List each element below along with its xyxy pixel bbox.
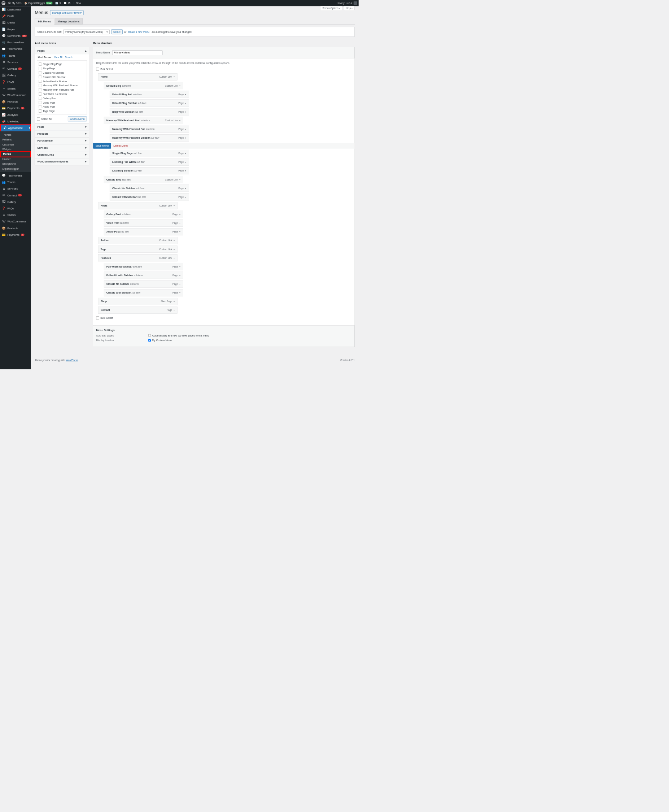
tab-manage-locations[interactable]: Manage Locations — [55, 18, 82, 25]
chevron-down-icon[interactable]: ▾ — [185, 187, 186, 190]
submenu-header[interactable]: Header — [0, 157, 31, 162]
comments-count[interactable]: 💬 15 — [64, 2, 71, 5]
chevron-down-icon[interactable]: ▾ — [173, 300, 175, 303]
select-button[interactable]: Select — [111, 29, 123, 34]
sidebar-item-services[interactable]: ⚙Services — [0, 185, 31, 192]
menu-item-handle[interactable]: AuthorCustom Link▾ — [98, 237, 178, 244]
chevron-down-icon[interactable]: ▾ — [185, 169, 186, 172]
tab-edit-menus[interactable]: Edit Menus — [35, 18, 54, 25]
page-checkbox[interactable]: Shop Page — [39, 66, 85, 71]
sidebar-item-dashboard[interactable]: 📊Dashboard — [0, 6, 31, 13]
sidebar-item-products[interactable]: 📦Products — [0, 225, 31, 231]
create-new-menu-link[interactable]: create a new menu — [128, 30, 149, 33]
howdy[interactable]: Howdy, Luzuk — [337, 2, 357, 5]
sidebar-item-services[interactable]: ⚙Services — [0, 59, 31, 65]
sidebar-item-teams[interactable]: 👥Teams — [0, 179, 31, 185]
page-checkbox[interactable]: Classic No Sidebar — [39, 71, 85, 75]
sidebar-item-contact[interactable]: ✉Contact1 — [0, 192, 31, 199]
menu-name-input[interactable] — [112, 50, 162, 55]
menu-item-handle[interactable]: Classic No Sidebar sub itemPage▾ — [110, 185, 189, 192]
page-checkbox[interactable]: Classic with Sidebar — [39, 75, 85, 79]
page-checkbox[interactable]: Tags Page — [39, 109, 85, 113]
auto-add-checkbox[interactable]: Automatically add new top-level pages to… — [148, 334, 209, 337]
page-checkbox[interactable]: Profile & Advertise Between posts — [39, 113, 85, 115]
acc-services-toggle[interactable]: Services▾ — [35, 145, 89, 151]
acc-custom-links-toggle[interactable]: Custom Links▾ — [35, 151, 89, 158]
sidebar-item-faqs[interactable]: ❓FAQs — [0, 79, 31, 85]
acc-products-toggle[interactable]: Products▾ — [35, 130, 89, 137]
acc-pages-toggle[interactable]: Pages▴ — [35, 47, 89, 54]
chevron-down-icon[interactable]: ▾ — [185, 128, 186, 131]
page-checkbox[interactable]: Fullwidth with Sidebar — [39, 79, 85, 83]
bulk-select-top[interactable]: Bulk Select — [96, 67, 351, 71]
submenu-expert-blogger[interactable]: Expert blogger — [0, 166, 31, 171]
chevron-down-icon[interactable]: ▾ — [173, 204, 175, 207]
menu-item-handle[interactable]: Masonry With Featured Post sub itemCusto… — [104, 117, 183, 124]
submenu-background[interactable]: Background — [0, 162, 31, 166]
menu-item-handle[interactable]: ContactPage▾ — [98, 307, 178, 314]
sidebar-item-testimonials[interactable]: 💬Testimonials — [0, 172, 31, 179]
chevron-down-icon[interactable]: ▾ — [185, 161, 186, 163]
display-location-checkbox[interactable]: My Custom Menu — [148, 339, 172, 342]
sidebar-item-faqs[interactable]: ❓FAQs — [0, 205, 31, 212]
sidebar-appearance[interactable]: 🖌 Appearance — [1, 125, 30, 131]
sidebar-item-testimonials[interactable]: 💬Testimonials — [0, 45, 31, 52]
menu-select-dropdown[interactable]: Primary Menu (My Custom Menu) — [63, 29, 110, 34]
sidebar-item-woocommerce[interactable]: WWooCommerce — [0, 219, 31, 225]
wp-logo[interactable]: W — [2, 1, 5, 5]
sidebar-item-contact[interactable]: ✉Contact1 — [0, 65, 31, 72]
chevron-down-icon[interactable]: ▾ — [185, 196, 186, 199]
submenu-themes[interactable]: Themes — [0, 133, 31, 137]
page-checkbox[interactable]: Audio Post — [39, 105, 85, 109]
menu-item-handle[interactable]: Classic No Sidebar sub itemPage▾ — [104, 281, 183, 288]
menu-item-handle[interactable]: Masonry With Featured Sidebar sub itemPa… — [110, 134, 189, 142]
acc-posts-toggle[interactable]: Posts▾ — [35, 123, 89, 130]
sidebar-item-woocommerce[interactable]: WWooCommerce — [0, 92, 31, 98]
page-checkbox[interactable]: Video Post — [39, 100, 85, 105]
chevron-down-icon[interactable]: ▾ — [179, 265, 180, 268]
chevron-down-icon[interactable]: ▾ — [185, 152, 186, 155]
menu-item-handle[interactable]: Classic with Sidebar sub itemPage▾ — [104, 289, 183, 296]
sidebar-item-comments[interactable]: 💬Comments15 — [0, 32, 31, 39]
sidebar-item-sliders[interactable]: ≡Sliders — [0, 85, 31, 92]
menu-item-handle[interactable]: List Blog Sidebar sub itemPage▾ — [110, 167, 189, 174]
select-all-checkbox[interactable]: Select All — [37, 116, 51, 121]
updates[interactable]: 🔄 3 — [55, 2, 61, 5]
page-checkbox[interactable]: Gallery Post — [39, 96, 85, 100]
page-checkbox[interactable]: Masonry With Featured Sidebar — [39, 83, 85, 88]
menu-item-handle[interactable]: Default Blog Sidebar sub itemPage▾ — [110, 99, 189, 107]
sidebar-item-posts[interactable]: 📌Posts — [0, 13, 31, 19]
chevron-down-icon[interactable]: ▾ — [185, 102, 186, 105]
chevron-down-icon[interactable]: ▾ — [179, 222, 180, 224]
sidebar-item-sliders[interactable]: ≡Sliders — [0, 212, 31, 218]
menu-item-handle[interactable]: Default Blog sub itemCustom Link▾ — [104, 82, 183, 89]
sidebar-item-payments[interactable]: 💳Payments1 — [0, 105, 31, 111]
chevron-down-icon[interactable]: ▾ — [179, 178, 180, 181]
menu-item-handle[interactable]: Default Blog Full sub itemPage▾ — [110, 91, 189, 98]
chevron-down-icon[interactable]: ▾ — [173, 248, 175, 251]
my-sites[interactable]: 🏛 My Sites — [8, 2, 22, 5]
menu-item-handle[interactable]: Classic with Sidebar sub itemPage▾ — [110, 193, 189, 200]
chevron-down-icon[interactable]: ▾ — [173, 309, 175, 312]
chevron-down-icon[interactable]: ▾ — [179, 274, 180, 277]
site-name[interactable]: 🏠 Expert Blogger Live — [24, 2, 52, 5]
sidebar-item-gallery[interactable]: 🖼Gallery — [0, 72, 31, 78]
sidebar-item-pages[interactable]: 📄Pages — [0, 26, 31, 32]
acc-woocommerce-endpoints-toggle[interactable]: WooCommerce endpoints▾ — [35, 158, 89, 165]
new-content[interactable]: + New — [73, 2, 81, 5]
chevron-down-icon[interactable]: ▾ — [179, 230, 180, 233]
menu-item-handle[interactable]: Full Width No Sidebar sub itemPage▾ — [104, 263, 183, 270]
chevron-down-icon[interactable]: ▾ — [185, 111, 186, 113]
help-button[interactable]: Help ▾ — [344, 6, 355, 10]
chevron-down-icon[interactable]: ▾ — [173, 239, 175, 242]
wordpress-link[interactable]: WordPress — [66, 359, 78, 361]
chevron-down-icon[interactable]: ▾ — [179, 119, 180, 122]
menu-item-handle[interactable]: HomeCustom Link▾ — [98, 73, 178, 81]
chevron-down-icon[interactable]: ▾ — [185, 93, 186, 96]
menu-item-handle[interactable]: Gallery Post sub itemPage▾ — [104, 211, 183, 218]
menu-item-handle[interactable]: List Blog Full Width sub itemPage▾ — [110, 158, 189, 166]
menu-item-handle[interactable]: PostsCustom Link▾ — [98, 202, 178, 209]
delete-menu-link[interactable]: Delete Menu — [113, 145, 128, 147]
menu-item-handle[interactable]: Masonry With Featured Full sub itemPage▾ — [110, 126, 189, 133]
menu-item-handle[interactable]: Video Post sub itemPage▾ — [104, 219, 183, 227]
